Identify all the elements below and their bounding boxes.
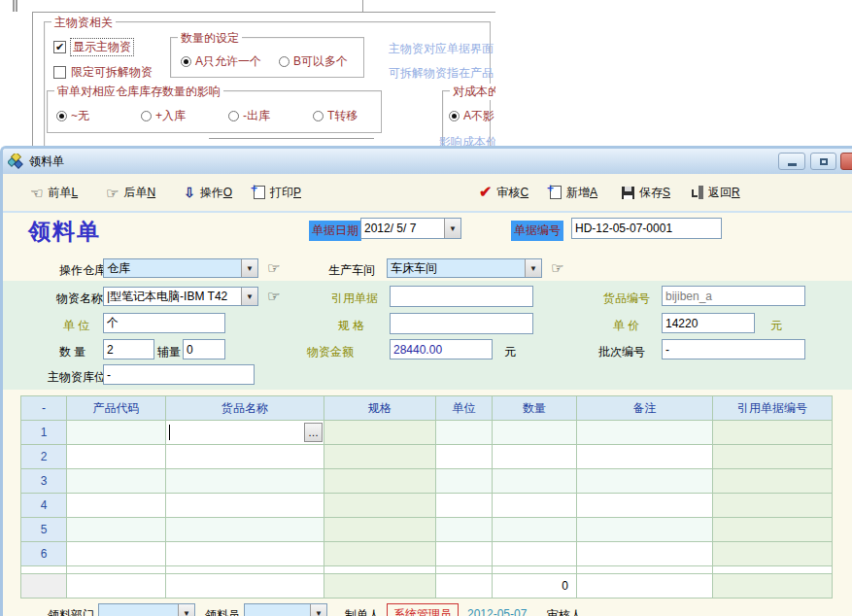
item-no-input[interactable] bbox=[662, 286, 805, 306]
cell-unit[interactable] bbox=[436, 421, 493, 445]
radio-effect-transfer[interactable]: T转移 bbox=[313, 108, 358, 124]
operate-button[interactable]: ⇩ 操作O bbox=[184, 182, 232, 203]
row-number[interactable]: 2 bbox=[21, 445, 67, 469]
cell-ref-doc-no[interactable] bbox=[713, 469, 833, 494]
grid-header[interactable]: 货品名称 bbox=[166, 396, 324, 421]
location-input[interactable] bbox=[103, 364, 255, 385]
row-number[interactable]: 3 bbox=[21, 469, 67, 494]
cell-product-code[interactable] bbox=[67, 494, 166, 518]
checkbox-show-main-material[interactable]: ✔ 显示主物资 bbox=[53, 39, 133, 55]
batch-input[interactable] bbox=[662, 339, 805, 359]
title-bar[interactable]: 领料单 bbox=[3, 149, 852, 174]
grid-header[interactable]: 数量 bbox=[493, 396, 577, 421]
row-number[interactable]: 5 bbox=[21, 518, 67, 542]
grid-header[interactable]: 备注 bbox=[577, 396, 713, 421]
cell-product-code[interactable] bbox=[67, 445, 166, 469]
chevron-down-icon[interactable]: ▼ bbox=[310, 604, 326, 616]
grid-header[interactable]: 产品代码 bbox=[67, 396, 166, 421]
add-button[interactable]: + 新增A bbox=[550, 182, 597, 203]
cell-unit[interactable] bbox=[436, 445, 493, 469]
cell-ref-doc-no[interactable] bbox=[713, 421, 833, 445]
radio-qty-only-one[interactable]: A只允许一个 bbox=[181, 53, 261, 70]
cell-unit[interactable] bbox=[436, 542, 493, 566]
cell-remark[interactable] bbox=[577, 445, 713, 469]
workshop-combo[interactable]: 车床车间 ▼ bbox=[387, 258, 542, 278]
doc-no-input[interactable] bbox=[571, 218, 722, 239]
cell-qty[interactable] bbox=[493, 445, 577, 469]
cell-item-name[interactable] bbox=[166, 494, 324, 518]
radio-effect-in[interactable]: +入库 bbox=[141, 108, 186, 124]
grid-header[interactable]: - bbox=[21, 396, 67, 421]
dept-combo[interactable]: ▼ bbox=[98, 603, 195, 616]
cell-ref-doc-no[interactable] bbox=[713, 518, 833, 542]
cell-spec[interactable] bbox=[324, 469, 436, 494]
cell-unit[interactable] bbox=[436, 494, 493, 518]
lookup-ellipsis-button[interactable]: … bbox=[304, 423, 323, 442]
cell-qty[interactable] bbox=[493, 518, 577, 542]
row-number[interactable]: 1 bbox=[21, 421, 67, 445]
cell-remark[interactable] bbox=[577, 421, 713, 445]
grid-header[interactable]: 单位 bbox=[436, 396, 493, 421]
cell-qty[interactable] bbox=[493, 469, 577, 494]
cell-item-name-editing[interactable]: … bbox=[166, 421, 324, 445]
radio-effect-out[interactable]: -出库 bbox=[228, 108, 270, 124]
row-number[interactable]: 4 bbox=[21, 494, 67, 518]
warehouse-combo[interactable]: 仓库 ▼ bbox=[103, 258, 258, 278]
cell-product-code[interactable] bbox=[67, 421, 166, 445]
cell-unit[interactable] bbox=[436, 518, 493, 542]
cell-remark[interactable] bbox=[577, 469, 713, 494]
chevron-down-icon[interactable]: ▼ bbox=[444, 219, 460, 238]
cell-remark[interactable] bbox=[577, 494, 713, 518]
radio-qty-multiple[interactable]: B可以多个 bbox=[279, 53, 348, 70]
cell-unit[interactable] bbox=[436, 469, 493, 494]
prev-doc-button[interactable]: ☜ 前单L bbox=[30, 182, 78, 203]
cell-qty[interactable] bbox=[493, 421, 577, 445]
row-number[interactable]: 6 bbox=[21, 542, 67, 566]
unit-input[interactable] bbox=[103, 313, 225, 333]
cell-remark[interactable] bbox=[577, 518, 713, 542]
cell-spec[interactable] bbox=[324, 421, 436, 445]
minimize-button[interactable] bbox=[778, 153, 805, 170]
cell-spec[interactable] bbox=[324, 542, 436, 566]
save-button[interactable]: 保存S bbox=[622, 182, 670, 203]
cell-spec[interactable] bbox=[324, 518, 436, 542]
cell-remark[interactable] bbox=[577, 542, 713, 566]
back-button[interactable]: 返回R bbox=[691, 182, 740, 203]
chevron-down-icon[interactable]: ▼ bbox=[241, 259, 257, 277]
cell-ref-doc-no[interactable] bbox=[713, 542, 833, 566]
cell-spec[interactable] bbox=[324, 494, 436, 518]
cell-ref-doc-no[interactable] bbox=[713, 494, 833, 518]
next-doc-button[interactable]: ☞ 后单N bbox=[106, 182, 155, 203]
spec-input[interactable] bbox=[390, 313, 533, 334]
chevron-down-icon[interactable]: ▼ bbox=[525, 259, 541, 277]
radio-cost-no-effect[interactable]: A不影 bbox=[449, 108, 494, 124]
grid-header[interactable]: 引用单据编号 bbox=[713, 396, 833, 421]
cell-item-name[interactable] bbox=[166, 542, 324, 566]
cell-product-code[interactable] bbox=[67, 518, 166, 542]
chevron-down-icon[interactable]: ▼ bbox=[178, 604, 194, 616]
price-input[interactable] bbox=[662, 313, 755, 333]
audit-button[interactable]: ✔ 审核C bbox=[479, 182, 528, 203]
cell-spec[interactable] bbox=[324, 445, 436, 469]
maximize-button[interactable] bbox=[810, 153, 836, 170]
cell-qty[interactable] bbox=[493, 494, 577, 518]
person-combo[interactable]: ▼ bbox=[244, 603, 327, 616]
cell-item-name[interactable] bbox=[166, 469, 324, 494]
picker-hand-icon[interactable]: ☞ bbox=[551, 260, 563, 275]
picker-hand-icon[interactable]: ☞ bbox=[267, 289, 280, 303]
cell-qty[interactable] bbox=[493, 542, 577, 566]
material-combo[interactable]: |型笔记本电脑-IBM T42 ▼ bbox=[103, 287, 258, 306]
chevron-down-icon[interactable]: ▼ bbox=[241, 288, 257, 305]
print-button[interactable]: + 打印P bbox=[254, 182, 301, 203]
checkbox-limit-detachable[interactable]: 限定可拆解物资 bbox=[53, 64, 153, 81]
picker-hand-icon[interactable]: ☞ bbox=[267, 260, 280, 275]
amount-input[interactable] bbox=[390, 339, 493, 359]
cell-item-name[interactable] bbox=[166, 445, 324, 469]
cell-item-name[interactable] bbox=[166, 518, 324, 542]
aux-qty-input[interactable] bbox=[183, 339, 225, 359]
qty-input[interactable] bbox=[103, 339, 154, 359]
cell-product-code[interactable] bbox=[67, 542, 166, 566]
grid-header[interactable]: 规格 bbox=[324, 396, 436, 421]
ref-doc-input[interactable] bbox=[390, 286, 533, 307]
radio-effect-none[interactable]: ~无 bbox=[56, 108, 89, 124]
